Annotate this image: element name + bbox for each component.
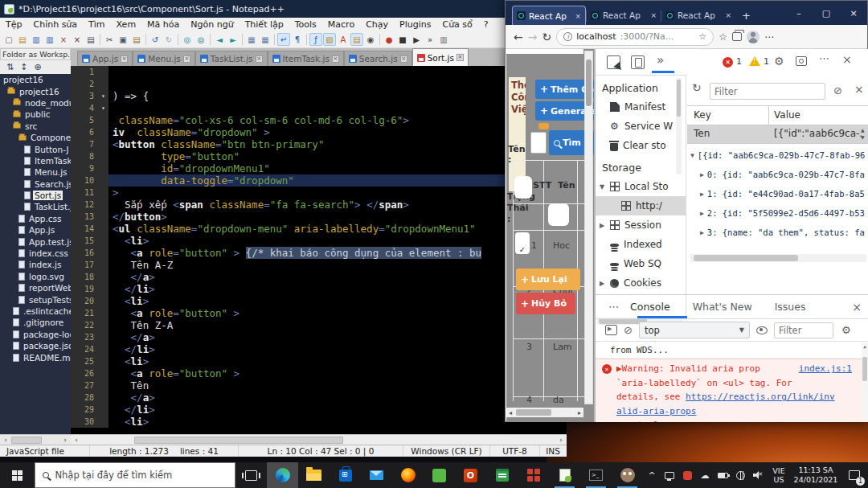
play-macro-icon[interactable]: ▶: [410, 33, 423, 46]
print-icon[interactable]: ▤: [84, 33, 97, 46]
taskbar-search-input[interactable]: [55, 470, 215, 481]
page-vscrollbar[interactable]: [584, 51, 593, 404]
window-maximize-icon[interactable]: ▢: [813, 1, 840, 25]
window-close-icon[interactable]: ×: [840, 1, 867, 25]
browser-menu-icon[interactable]: ⋯: [764, 31, 774, 43]
tree-item--gitignore[interactable]: .gitignore: [0, 317, 71, 328]
sidebar-item-indexed[interactable]: Indexed: [596, 235, 686, 254]
scroll-right-icon[interactable]: ▸: [575, 409, 583, 416]
site-info-icon[interactable]: i: [563, 32, 572, 41]
sidebar-item-session[interactable]: ▶Session: [596, 215, 686, 235]
save-icon[interactable]: ▥: [30, 33, 43, 46]
tab-close-icon[interactable]: ×: [121, 55, 128, 63]
devtools-menu-icon[interactable]: ⋯: [819, 52, 829, 64]
language-indicator[interactable]: VIEUS: [767, 466, 791, 484]
tab-whats-new[interactable]: What's New: [682, 301, 764, 313]
folder-as-workspace-icon[interactable]: ▤: [350, 33, 363, 46]
expand-arrow-icon[interactable]: ▶: [700, 171, 704, 178]
expand-arrow-icon[interactable]: ▼: [600, 183, 604, 191]
document-map-icon[interactable]: ▧: [323, 33, 336, 46]
editor-tab-menu-js[interactable]: Menu.js×: [133, 51, 195, 66]
browser-tab-1[interactable]: React Ap×: [587, 6, 661, 25]
cancel-button[interactable]: +Hủy Bỏ: [516, 293, 575, 314]
search-name-input[interactable]: [530, 132, 547, 154]
tree-item-package-json[interactable]: package.json: [0, 340, 71, 351]
drawer-menu-icon[interactable]: ⋯: [608, 301, 619, 313]
storage-filter-input[interactable]: [710, 83, 825, 100]
zoom-out-icon[interactable]: ►: [227, 33, 240, 46]
word-wrap-icon[interactable]: ↵: [277, 33, 290, 46]
kv-table-row[interactable]: Ten [{"id":"aab6c9ca-...: [687, 125, 868, 144]
run-macro-icon[interactable]: »: [424, 33, 436, 46]
tree-item-project16[interactable]: project16: [0, 74, 71, 85]
menu-item-11[interactable]: Cửa sổ: [436, 18, 477, 31]
profile-avatar[interactable]: [747, 31, 760, 43]
editor-tab-app-js[interactable]: App.js×: [77, 51, 133, 66]
editor-tab-search-js[interactable]: Search.js×: [344, 51, 412, 66]
refresh-icon[interactable]: ↻: [542, 31, 551, 43]
menu-item-4[interactable]: Mã hóa: [141, 18, 185, 31]
save-macro-icon[interactable]: ▥: [437, 33, 450, 46]
open-file-icon[interactable]: ▤: [16, 33, 29, 46]
preview-hscrollbar[interactable]: [690, 254, 866, 262]
console-sidebar-icon[interactable]: [605, 325, 617, 335]
taskbar-search[interactable]: [35, 462, 235, 488]
tab-close-icon[interactable]: ×: [575, 12, 581, 20]
console-link[interactable]: index.js:1: [799, 362, 852, 376]
delete-selected-icon[interactable]: ×: [854, 83, 864, 96]
tree-item-search-js[interactable]: Search.js: [0, 178, 71, 190]
menu-item-2[interactable]: Tìm: [83, 18, 111, 31]
tree-item-button-j[interactable]: Button-J: [0, 143, 71, 154]
expand-arrow-icon[interactable]: ▶: [700, 191, 704, 198]
find-icon[interactable]: ◎: [181, 33, 194, 46]
taskbar-icon-office[interactable]: O: [455, 462, 486, 488]
editor-tab-sort-js[interactable]: Sort.js×: [412, 48, 469, 66]
cut-icon[interactable]: ✂: [103, 33, 116, 46]
editor-tab-tasklist-js[interactable]: TaskList.js×: [195, 51, 268, 66]
clear-filter-icon[interactable]: ⊘: [833, 84, 842, 96]
taskbar-icon-red-grid-app[interactable]: [518, 462, 549, 488]
scroll-thumb[interactable]: [694, 255, 798, 261]
tree-item-package-lock-jso[interactable]: package-lock.jso: [0, 329, 71, 340]
menu-item-7[interactable]: Tools: [289, 18, 322, 31]
action-center-button[interactable]: 1: [841, 462, 868, 488]
taskbar-icon-file-explorer[interactable]: [298, 462, 330, 488]
address-bar[interactable]: i localhost:3000/?Na... ☆: [556, 28, 714, 46]
tray-icon-onedrive[interactable]: ☁: [696, 462, 714, 488]
clock[interactable]: 11:13 SA24/01/2021: [791, 465, 841, 485]
menu-item-0[interactable]: Tệp: [0, 18, 27, 31]
expand-arrow-icon[interactable]: ▶: [700, 210, 704, 217]
menu-item-9[interactable]: Chạy: [360, 18, 394, 31]
tree-item-app-test-js[interactable]: App.test.js: [0, 236, 71, 247]
scroll-up-icon[interactable]: ▲: [862, 343, 868, 350]
clear-console-icon[interactable]: ⊘: [624, 324, 633, 336]
sidebar-item-web-sq[interactable]: Web SQ: [596, 254, 686, 273]
sidebar-item-local-sto[interactable]: ▼Local Sto: [596, 177, 686, 196]
tree-item-menu-js[interactable]: Menu.js: [0, 166, 71, 178]
devtools-settings-icon[interactable]: ⚙: [774, 55, 784, 68]
expand-arrow-icon[interactable]: ▼: [690, 152, 694, 159]
taskbar-icon-firefox[interactable]: [392, 462, 424, 488]
scroll-thumb[interactable]: [862, 357, 867, 381]
undo-icon[interactable]: ↺: [149, 33, 162, 46]
status-checkbox[interactable]: [548, 203, 569, 226]
warning-badge-icon[interactable]: [749, 56, 760, 66]
tab-close-icon[interactable]: ×: [400, 55, 407, 63]
sync-scroll-h-icon[interactable]: ▦: [259, 33, 272, 46]
taskbar-icon-unikey[interactable]: [424, 462, 455, 488]
browser-tab-0[interactable]: React Ap×: [512, 6, 586, 25]
tray-icon-battery[interactable]: [714, 462, 731, 488]
bookmark-star-icon[interactable]: ☆: [698, 31, 706, 42]
scroll-thumb[interactable]: [134, 437, 343, 444]
preview-icon[interactable]: ◉: [364, 33, 377, 46]
row-checkbox-checked[interactable]: ✓: [515, 232, 530, 254]
scroll-left-icon[interactable]: ‹: [71, 436, 82, 444]
new-tab-icon[interactable]: +: [742, 10, 751, 22]
expand-all-icon[interactable]: ⇅: [6, 62, 14, 72]
locate-file-icon[interactable]: ⊕: [34, 62, 41, 72]
expand-arrow-icon[interactable]: ▶: [600, 222, 604, 229]
start-button[interactable]: [0, 462, 35, 488]
close-icon[interactable]: ×: [57, 33, 70, 46]
fold-marker[interactable]: ▾: [98, 102, 108, 114]
console-settings-icon[interactable]: ⚙: [841, 324, 851, 336]
